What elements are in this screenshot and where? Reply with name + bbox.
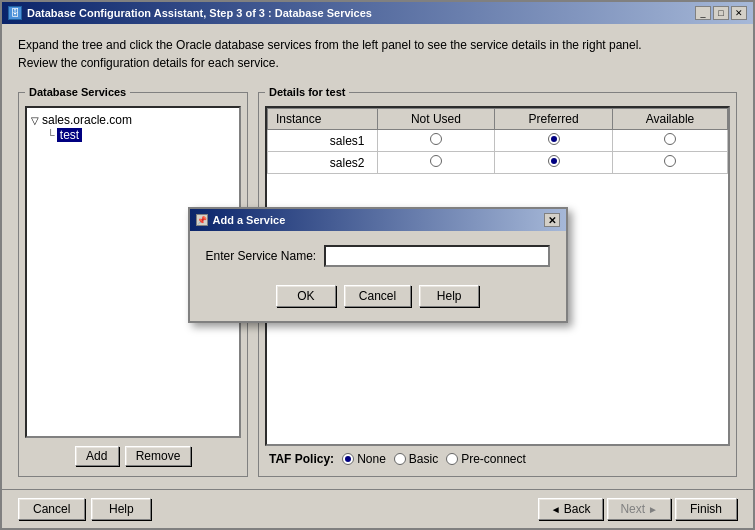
modal-overlay: 📌 Add a Service ✕ Enter Service Name: OK… [0, 0, 755, 530]
modal-title-bar: 📌 Add a Service ✕ [190, 209, 566, 231]
service-name-label: Enter Service Name: [206, 249, 317, 263]
modal-close-button[interactable]: ✕ [544, 213, 560, 227]
modal-ok-button[interactable]: OK [276, 285, 336, 307]
modal-buttons: OK Cancel Help [206, 281, 550, 307]
modal-pin-icon[interactable]: 📌 [196, 214, 208, 226]
modal-help-button[interactable]: Help [419, 285, 479, 307]
add-service-dialog: 📌 Add a Service ✕ Enter Service Name: OK… [188, 207, 568, 323]
modal-field-row: Enter Service Name: [206, 245, 550, 267]
modal-title: Add a Service [213, 214, 286, 226]
modal-title-left: 📌 Add a Service [196, 214, 286, 226]
modal-content: Enter Service Name: OK Cancel Help [190, 231, 566, 321]
service-name-input[interactable] [324, 245, 549, 267]
modal-cancel-button[interactable]: Cancel [344, 285, 411, 307]
